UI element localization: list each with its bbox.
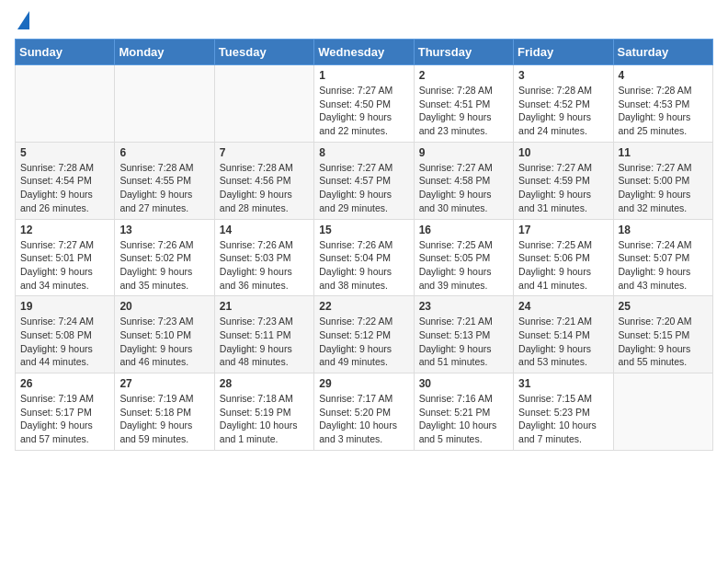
day-number: 28 [220,377,309,390]
day-info: Sunrise: 7:21 AM Sunset: 5:14 PM Dayligh… [518,315,608,369]
day-cell: 4Sunrise: 7:28 AM Sunset: 4:53 PM Daylig… [613,65,712,143]
day-number: 8 [319,146,408,159]
day-header-wednesday: Wednesday [314,40,414,65]
day-number: 30 [419,377,508,390]
day-number: 17 [518,224,608,236]
day-cell: 24Sunrise: 7:21 AM Sunset: 5:14 PM Dayli… [514,296,613,373]
week-row-1: 1Sunrise: 7:27 AM Sunset: 4:50 PM Daylig… [16,65,713,143]
day-cell: 10Sunrise: 7:27 AM Sunset: 4:59 PM Dayli… [514,142,613,219]
day-info: Sunrise: 7:20 AM Sunset: 5:15 PM Dayligh… [619,315,708,369]
day-number: 1 [319,69,408,82]
day-info: Sunrise: 7:28 AM Sunset: 4:55 PM Dayligh… [119,161,209,215]
day-cell: 17Sunrise: 7:25 AM Sunset: 5:06 PM Dayli… [514,219,613,296]
day-cell: 23Sunrise: 7:21 AM Sunset: 5:13 PM Dayli… [414,296,513,373]
week-row-2: 5Sunrise: 7:28 AM Sunset: 4:54 PM Daylig… [16,142,713,219]
day-number: 6 [119,146,209,159]
day-number: 5 [20,146,109,159]
day-info: Sunrise: 7:19 AM Sunset: 5:17 PM Dayligh… [20,392,109,446]
day-number: 19 [20,300,109,313]
day-number: 12 [20,224,109,236]
day-number: 3 [518,69,608,82]
day-info: Sunrise: 7:26 AM Sunset: 5:03 PM Dayligh… [220,238,309,293]
calendar-header: SundayMondayTuesdayWednesdayThursdayFrid… [16,40,713,65]
day-cell: 19Sunrise: 7:24 AM Sunset: 5:08 PM Dayli… [16,296,115,373]
day-info: Sunrise: 7:25 AM Sunset: 5:05 PM Dayligh… [419,238,508,293]
day-header-friday: Friday [514,40,613,65]
logo-triangle-icon [17,11,29,29]
day-cell: 3Sunrise: 7:28 AM Sunset: 4:52 PM Daylig… [514,65,613,143]
day-info: Sunrise: 7:24 AM Sunset: 5:08 PM Dayligh… [20,315,109,369]
day-cell: 13Sunrise: 7:26 AM Sunset: 5:02 PM Dayli… [115,219,214,296]
day-info: Sunrise: 7:23 AM Sunset: 5:11 PM Dayligh… [220,315,309,369]
day-number: 24 [518,300,608,313]
day-cell [613,373,712,451]
day-cell: 11Sunrise: 7:27 AM Sunset: 5:00 PM Dayli… [613,142,712,219]
day-info: Sunrise: 7:15 AM Sunset: 5:23 PM Dayligh… [518,392,608,446]
day-info: Sunrise: 7:26 AM Sunset: 5:04 PM Dayligh… [319,238,408,293]
day-number: 16 [419,224,508,236]
day-cell: 8Sunrise: 7:27 AM Sunset: 4:57 PM Daylig… [314,142,414,219]
day-cell: 20Sunrise: 7:23 AM Sunset: 5:10 PM Dayli… [115,296,214,373]
day-info: Sunrise: 7:23 AM Sunset: 5:10 PM Dayligh… [119,315,209,369]
day-header-monday: Monday [115,40,214,65]
day-number: 26 [20,377,109,390]
day-info: Sunrise: 7:27 AM Sunset: 4:57 PM Dayligh… [319,161,408,215]
day-cell: 12Sunrise: 7:27 AM Sunset: 5:01 PM Dayli… [16,219,115,296]
day-number: 25 [619,300,708,313]
calendar-table: SundayMondayTuesdayWednesdayThursdayFrid… [15,39,713,451]
days-of-week-row: SundayMondayTuesdayWednesdayThursdayFrid… [16,40,713,65]
day-cell: 6Sunrise: 7:28 AM Sunset: 4:55 PM Daylig… [115,142,214,219]
day-number: 13 [119,224,209,236]
day-cell: 28Sunrise: 7:18 AM Sunset: 5:19 PM Dayli… [214,373,313,451]
day-cell: 21Sunrise: 7:23 AM Sunset: 5:11 PM Dayli… [214,296,313,373]
day-info: Sunrise: 7:21 AM Sunset: 5:13 PM Dayligh… [419,315,508,369]
day-info: Sunrise: 7:16 AM Sunset: 5:21 PM Dayligh… [419,392,508,446]
day-number: 31 [518,377,608,390]
day-number: 22 [319,300,408,313]
day-number: 20 [119,300,209,313]
day-number: 21 [220,300,309,313]
day-cell: 22Sunrise: 7:22 AM Sunset: 5:12 PM Dayli… [314,296,414,373]
day-cell: 16Sunrise: 7:25 AM Sunset: 5:05 PM Dayli… [414,219,513,296]
day-number: 10 [518,146,608,159]
day-number: 29 [319,377,408,390]
day-info: Sunrise: 7:19 AM Sunset: 5:18 PM Dayligh… [119,392,209,446]
day-cell: 30Sunrise: 7:16 AM Sunset: 5:21 PM Dayli… [414,373,513,451]
day-cell: 18Sunrise: 7:24 AM Sunset: 5:07 PM Dayli… [613,219,712,296]
logo [15,15,29,29]
day-number: 4 [619,69,708,82]
day-info: Sunrise: 7:28 AM Sunset: 4:51 PM Dayligh… [419,84,508,138]
week-row-4: 19Sunrise: 7:24 AM Sunset: 5:08 PM Dayli… [16,296,713,373]
week-row-5: 26Sunrise: 7:19 AM Sunset: 5:17 PM Dayli… [16,373,713,451]
day-cell: 27Sunrise: 7:19 AM Sunset: 5:18 PM Dayli… [115,373,214,451]
day-info: Sunrise: 7:28 AM Sunset: 4:52 PM Dayligh… [518,84,608,138]
day-cell: 14Sunrise: 7:26 AM Sunset: 5:03 PM Dayli… [214,219,313,296]
day-number: 18 [619,224,708,236]
day-cell: 29Sunrise: 7:17 AM Sunset: 5:20 PM Dayli… [314,373,414,451]
day-cell: 1Sunrise: 7:27 AM Sunset: 4:50 PM Daylig… [314,65,414,143]
day-cell: 7Sunrise: 7:28 AM Sunset: 4:56 PM Daylig… [214,142,313,219]
day-cell: 31Sunrise: 7:15 AM Sunset: 5:23 PM Dayli… [514,373,613,451]
day-header-thursday: Thursday [414,40,513,65]
day-number: 14 [220,224,309,236]
day-cell: 15Sunrise: 7:26 AM Sunset: 5:04 PM Dayli… [314,219,414,296]
day-cell [214,65,313,143]
day-number: 7 [220,146,309,159]
day-number: 11 [619,146,708,159]
day-info: Sunrise: 7:17 AM Sunset: 5:20 PM Dayligh… [319,392,408,446]
day-header-saturday: Saturday [613,40,712,65]
day-info: Sunrise: 7:22 AM Sunset: 5:12 PM Dayligh… [319,315,408,369]
day-info: Sunrise: 7:24 AM Sunset: 5:07 PM Dayligh… [619,238,708,293]
day-info: Sunrise: 7:28 AM Sunset: 4:56 PM Dayligh… [220,161,309,215]
day-info: Sunrise: 7:28 AM Sunset: 4:53 PM Dayligh… [619,84,708,138]
day-cell [16,65,115,143]
day-info: Sunrise: 7:18 AM Sunset: 5:19 PM Dayligh… [220,392,309,446]
day-info: Sunrise: 7:25 AM Sunset: 5:06 PM Dayligh… [518,238,608,293]
day-number: 9 [419,146,508,159]
page-header [15,15,713,29]
day-cell [115,65,214,143]
day-info: Sunrise: 7:27 AM Sunset: 4:50 PM Dayligh… [319,84,408,138]
day-cell: 26Sunrise: 7:19 AM Sunset: 5:17 PM Dayli… [16,373,115,451]
day-number: 23 [419,300,508,313]
day-cell: 9Sunrise: 7:27 AM Sunset: 4:58 PM Daylig… [414,142,513,219]
